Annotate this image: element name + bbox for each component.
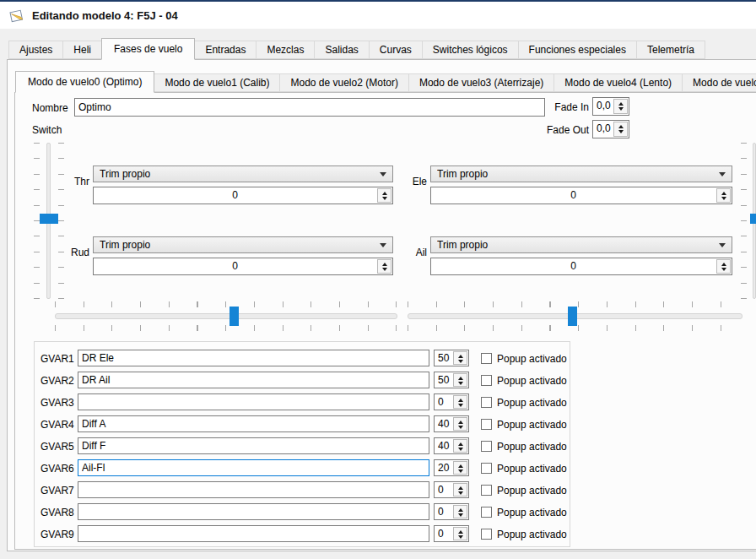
- ail-trim-combobox[interactable]: Trim propio: [430, 236, 732, 253]
- thr-trim-spinbox[interactable]: 0: [93, 187, 393, 204]
- gvar6-up-button[interactable]: [454, 462, 467, 469]
- gvar5-popup-checkbox[interactable]: [481, 441, 492, 452]
- fade-out-spinbox[interactable]: 0,0: [592, 120, 629, 138]
- thr-label: Thr: [59, 176, 89, 187]
- tab-modo-vuelo1[interactable]: Modo de vuelo1 (Calib): [154, 73, 280, 92]
- gvar2-spinbox[interactable]: 50: [434, 372, 469, 388]
- gvar2-popup-checkbox[interactable]: [481, 375, 492, 386]
- gvar1-value: 50: [435, 350, 452, 366]
- ail-trim-spinbox[interactable]: 0: [430, 258, 732, 275]
- fade-in-down-button[interactable]: [614, 106, 627, 113]
- fade-in-spinbox[interactable]: 0,0: [592, 97, 629, 116]
- gvar8-down-button[interactable]: [454, 513, 467, 519]
- arrow-up-icon: [458, 484, 463, 490]
- ele-trim-combobox[interactable]: Trim propio: [430, 166, 732, 182]
- gvar1-spinbox[interactable]: 50: [434, 350, 469, 366]
- slider-handle[interactable]: [750, 214, 756, 224]
- gvar4-spinbox[interactable]: 40: [434, 415, 469, 432]
- tab-ajustes[interactable]: Ajustes: [8, 41, 63, 59]
- gvar5-up-button[interactable]: [454, 440, 467, 447]
- gvar6-spinbox[interactable]: 20: [434, 459, 469, 476]
- gvar4-name-input[interactable]: [78, 415, 429, 432]
- slider-ticks: [34, 143, 40, 299]
- tab-modo-vuelo5[interactable]: Modo de vuelo5 (Rapido): [682, 73, 756, 92]
- tab-switches-logicos[interactable]: Switches lógicos: [422, 41, 519, 59]
- tab-entradas[interactable]: Entradas: [194, 41, 256, 59]
- gvar2-up-button[interactable]: [454, 374, 467, 381]
- gvar1-name-input[interactable]: [78, 350, 429, 366]
- fade-in-up-button[interactable]: [614, 100, 627, 106]
- tab-mezclas[interactable]: Mezclas: [256, 41, 315, 59]
- gvar9-down-button[interactable]: [454, 535, 467, 541]
- gvar9-popup-checkbox[interactable]: [481, 529, 492, 540]
- gvar4-popup-checkbox[interactable]: [481, 419, 492, 430]
- gvar1-popup-checkbox[interactable]: [481, 353, 492, 364]
- ail-up-button[interactable]: [717, 260, 730, 267]
- slider-groove[interactable]: [55, 313, 397, 319]
- switch-slider-right-partial[interactable]: [741, 143, 756, 299]
- gvar2-name-input[interactable]: [78, 372, 429, 388]
- gvar5-label: GVAR5: [40, 441, 74, 453]
- gvar8-up-button[interactable]: [454, 506, 467, 513]
- gvar1-down-button[interactable]: [454, 359, 467, 366]
- tab-salidas[interactable]: Salidas: [314, 41, 369, 59]
- gvar7-up-button[interactable]: [454, 484, 467, 491]
- thr-up-button[interactable]: [378, 189, 391, 196]
- tab-modo-vuelo2[interactable]: Modo de vuelo2 (Motor): [279, 73, 408, 92]
- gvar8-name-input[interactable]: [78, 503, 429, 520]
- rud-down-button[interactable]: [378, 267, 391, 274]
- gvar5-spinbox[interactable]: 40: [434, 437, 469, 454]
- gvar9-up-button[interactable]: [454, 528, 467, 535]
- switch-slider[interactable]: [34, 143, 66, 299]
- gvar1-up-button[interactable]: [454, 352, 467, 359]
- gvar9-name-input[interactable]: [78, 525, 429, 542]
- gvar3-name-input[interactable]: [78, 393, 429, 410]
- gvar4-down-button[interactable]: [454, 425, 467, 431]
- thr-down-button[interactable]: [378, 196, 391, 203]
- gvar7-down-button[interactable]: [454, 491, 467, 497]
- gvar5-name-input[interactable]: [78, 437, 429, 454]
- tab-modo-vuelo0[interactable]: Modo de vuelo0 (Optimo): [15, 71, 154, 93]
- tab-modo-vuelo3[interactable]: Modo de vuelo3 (Aterrizaje): [408, 73, 554, 92]
- slider-handle[interactable]: [230, 307, 239, 326]
- gvar2-down-button[interactable]: [454, 381, 467, 388]
- left-trim-slider[interactable]: [55, 301, 397, 332]
- gvar7-name-input[interactable]: [78, 481, 429, 498]
- arrow-down-icon: [618, 130, 624, 136]
- tab-fases-de-vuelo[interactable]: Fases de vuelo: [101, 38, 195, 60]
- tab-modo-vuelo4[interactable]: Modo de vuelo4 (Lento): [554, 73, 683, 92]
- gvar5-down-button[interactable]: [454, 447, 467, 453]
- thr-trim-combobox[interactable]: Trim propio: [93, 166, 393, 182]
- tab-funciones-especiales[interactable]: Funciones especiales: [518, 41, 637, 59]
- gvar7-popup-checkbox[interactable]: [481, 485, 492, 496]
- right-trim-slider[interactable]: [408, 301, 742, 332]
- tab-telemetria[interactable]: Telemetría: [636, 41, 705, 59]
- gvar3-up-button[interactable]: [454, 396, 467, 403]
- gvar6-popup-checkbox[interactable]: [481, 463, 492, 474]
- rud-up-button[interactable]: [378, 260, 391, 267]
- tab-heli[interactable]: Heli: [62, 41, 102, 59]
- gvar3-down-button[interactable]: [454, 403, 467, 410]
- gvar8-popup-checkbox[interactable]: [481, 507, 492, 518]
- gvar8-spinbox[interactable]: 0: [434, 503, 469, 520]
- gvar3-popup-checkbox[interactable]: [481, 397, 492, 408]
- gvar9-spinbox[interactable]: 0: [434, 525, 469, 542]
- ele-trim-spinbox[interactable]: 0: [430, 187, 732, 204]
- gvar3-spinbox[interactable]: 0: [434, 393, 469, 410]
- gvar6-down-button[interactable]: [454, 469, 467, 475]
- gvar6-name-input[interactable]: [78, 459, 429, 476]
- slider-handle[interactable]: [568, 307, 577, 326]
- ele-down-button[interactable]: [717, 196, 730, 203]
- fade-out-down-button[interactable]: [614, 129, 627, 136]
- rud-trim-spinbox[interactable]: 0: [93, 258, 393, 275]
- ail-down-button[interactable]: [717, 267, 730, 274]
- gvar4-up-button[interactable]: [454, 418, 467, 425]
- rud-trim-amount: 0: [94, 258, 376, 274]
- ele-up-button[interactable]: [717, 189, 730, 196]
- fade-out-up-button[interactable]: [614, 122, 627, 129]
- gvar7-spinbox[interactable]: 0: [434, 481, 469, 498]
- name-input[interactable]: [74, 98, 545, 117]
- tab-curvas[interactable]: Curvas: [369, 41, 423, 59]
- slider-handle[interactable]: [40, 214, 58, 224]
- rud-trim-combobox[interactable]: Trim propio: [93, 236, 393, 253]
